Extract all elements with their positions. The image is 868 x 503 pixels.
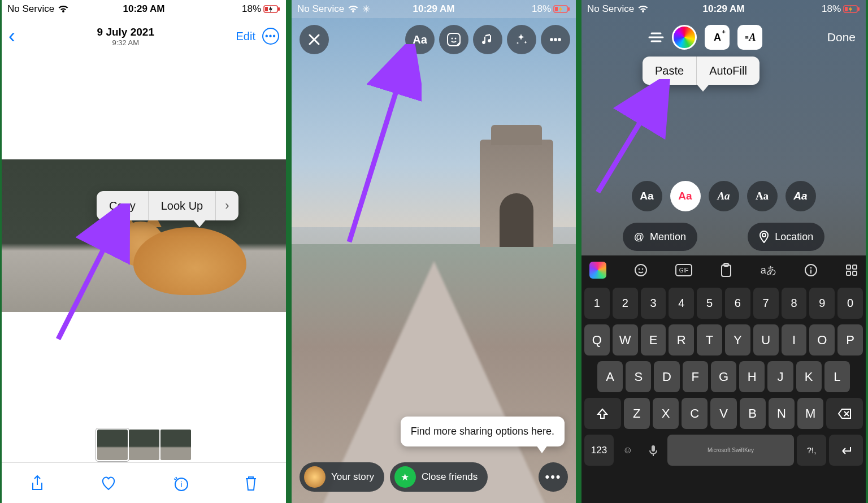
back-button[interactable]: ‹ [8, 24, 15, 48]
font-chip[interactable]: Aa [785, 181, 816, 211]
effects-tool[interactable] [507, 25, 536, 54]
edit-button[interactable]: Edit [236, 30, 255, 43]
phone-photos: No Service 10:29 AM 18% ‹ 9 July 2021 9:… [2, 0, 286, 503]
thumbnail-strip[interactable] [2, 430, 286, 460]
key[interactable]: W [613, 324, 638, 355]
mic-key[interactable] [642, 435, 665, 466]
key[interactable]: 1 [584, 288, 610, 319]
sticker-tool[interactable] [439, 25, 468, 54]
key[interactable]: S [626, 361, 651, 392]
numbers-key[interactable]: 123 [584, 435, 614, 466]
tag-row: @ Mention Location [581, 223, 866, 251]
lookup-option[interactable]: Look Up [149, 191, 216, 220]
autofill-option[interactable]: AutoFill [697, 57, 760, 85]
key[interactable]: Y [725, 324, 750, 355]
key[interactable]: N [769, 398, 795, 429]
text-style-button[interactable]: A+ [705, 25, 730, 50]
trash-icon[interactable] [244, 475, 258, 492]
paste-option[interactable]: Paste [643, 57, 697, 85]
font-chip[interactable]: Aa [747, 181, 778, 211]
key[interactable]: D [654, 361, 679, 392]
key[interactable]: C [682, 398, 708, 429]
key[interactable]: R [669, 324, 694, 355]
clipboard-icon[interactable] [720, 263, 732, 277]
key[interactable]: G [711, 361, 736, 392]
thumbnail[interactable] [129, 430, 159, 460]
key[interactable]: A [597, 361, 623, 392]
key[interactable]: 5 [697, 288, 722, 319]
key[interactable]: F [683, 361, 708, 392]
key[interactable]: 7 [753, 288, 779, 319]
translate-icon[interactable]: aあ [761, 263, 776, 277]
your-story-button[interactable]: Your story [300, 462, 384, 492]
copilot-icon[interactable] [589, 262, 606, 279]
location-label: Location [775, 231, 813, 243]
key[interactable]: 3 [641, 288, 666, 319]
close-button[interactable] [300, 25, 329, 54]
key[interactable]: 6 [725, 288, 750, 319]
key[interactable]: T [697, 324, 722, 355]
thumbnail[interactable] [160, 430, 191, 460]
phone-text-editor: No Service 10:29 AM 18% A+ ≡A Done Paste… [581, 0, 866, 503]
key[interactable]: O [809, 324, 835, 355]
location-button[interactable]: Location [748, 223, 824, 251]
heart-icon[interactable] [100, 475, 117, 491]
key[interactable]: M [797, 398, 823, 429]
grid-icon[interactable] [845, 264, 858, 276]
key[interactable]: E [641, 324, 666, 355]
key[interactable]: H [739, 361, 765, 392]
key[interactable]: 2 [613, 288, 638, 319]
info-icon[interactable]: i [172, 475, 189, 492]
close-friends-button[interactable]: ★ Close friends [390, 462, 488, 492]
keyboard: GIF aあ 1 2 3 4 5 6 7 8 9 0 Q W E R T Y U… [581, 255, 866, 503]
key[interactable]: I [782, 324, 807, 355]
emoji-key[interactable]: ☺ [617, 435, 639, 466]
key[interactable]: U [753, 324, 779, 355]
backspace-key[interactable] [826, 398, 863, 429]
more-option[interactable]: › [216, 191, 238, 220]
key[interactable]: J [767, 361, 793, 392]
key[interactable]: 8 [782, 288, 807, 319]
story-toolbar: Aa ••• [405, 25, 570, 54]
mention-button[interactable]: @ Mention [623, 223, 697, 251]
photo-title: 9 July 2021 9:32 AM [97, 26, 154, 47]
info-icon[interactable] [804, 263, 818, 277]
key[interactable]: Q [584, 324, 610, 355]
status-bar: No Service ✳︎ 10:29 AM 18% [292, 0, 576, 18]
key[interactable]: 0 [837, 288, 863, 319]
more-button[interactable]: ••• [262, 28, 279, 45]
color-picker-button[interactable] [672, 25, 697, 50]
more-tool[interactable]: ••• [541, 25, 570, 54]
svg-point-19 [639, 268, 640, 270]
key[interactable]: K [796, 361, 822, 392]
context-menu: Copy Look Up › [97, 191, 238, 220]
punct-key[interactable]: ?!, [797, 435, 826, 466]
text-tool[interactable]: Aa [405, 25, 435, 54]
thumbnail[interactable] [97, 430, 128, 460]
align-icon[interactable] [648, 31, 664, 44]
text-animation-button[interactable]: ≡A [737, 25, 762, 50]
key[interactable]: 4 [669, 288, 694, 319]
key[interactable]: P [837, 324, 863, 355]
key[interactable]: B [740, 398, 766, 429]
space-key[interactable]: Microsoft SwiftKey [667, 435, 794, 466]
music-tool[interactable] [473, 25, 502, 54]
photo-viewer[interactable] [2, 159, 286, 312]
key[interactable]: 9 [809, 288, 835, 319]
share-icon[interactable] [29, 475, 45, 492]
gif-icon[interactable]: GIF [675, 264, 692, 276]
shift-key[interactable] [584, 398, 621, 429]
font-chip-active[interactable]: Aa [670, 181, 701, 211]
key[interactable]: L [824, 361, 850, 392]
share-more-button[interactable]: ••• [539, 462, 568, 492]
font-chip[interactable]: Aa [709, 181, 739, 211]
key[interactable]: V [710, 398, 736, 429]
copy-option[interactable]: Copy [97, 191, 149, 220]
key[interactable]: X [653, 398, 679, 429]
emoji-icon[interactable] [634, 263, 648, 277]
font-chip[interactable]: Aa [632, 181, 662, 211]
key[interactable]: Z [624, 398, 650, 429]
svg-point-20 [642, 268, 644, 270]
enter-key[interactable] [829, 435, 863, 466]
done-button[interactable]: Done [827, 31, 856, 44]
